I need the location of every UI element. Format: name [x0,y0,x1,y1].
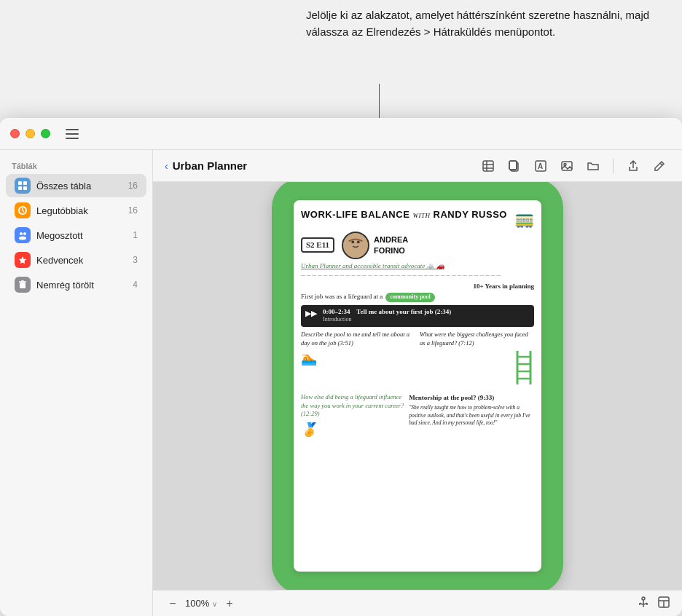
mentorship-title: Mentorship at the pool? (9:33) [409,393,534,403]
svg-text:A: A [538,162,543,170]
col1-text: Describe the pool to me and tell me abou… [301,331,415,348]
sidebar: Táblák Összes tábla 16 [0,150,153,616]
share-icon[interactable] [622,155,644,177]
traffic-lights [0,129,50,138]
quote-text: "She really taught me how to problem-sol… [409,404,534,427]
window-body: Táblák Összes tábla 16 [0,150,682,616]
train-icon: 🚃 [514,209,534,230]
content-title: Urban Planner [173,159,248,172]
svg-line-27 [660,163,662,165]
bottom-section: How else did being a lifeguard influence… [301,393,534,440]
guest-name-2: FORINO [374,245,405,256]
shared-icon [15,227,31,243]
divider-lines: ──────────────────────────────────── [301,272,534,280]
community-pill: community pool [385,293,434,301]
bottom-left-text: How else did being a lifeguard influence… [301,393,405,419]
pool-icon: 🏊 [301,350,415,367]
svg-point-11 [23,232,26,235]
lifeguard-text: First job was as a lifeguard at a commun… [301,293,534,301]
svg-point-29 [348,248,364,258]
svg-rect-21 [509,161,517,170]
sidebar-count-recent: 16 [128,205,138,216]
zoom-control: − 100% ∨ + [165,596,238,612]
guest-avatar [342,232,369,259]
titlebar [0,118,682,150]
sidebar-count-all: 16 [128,181,138,191]
zoom-chevron-icon: ∨ [212,600,217,608]
episode-badge: S2 E11 [301,237,334,252]
main-window: Táblák Összes tábla 16 [0,118,682,616]
tooltip-text: Jelölje ki az alakzatot, amelyet háttérs… [306,7,663,40]
sidebar-item-trash[interactable]: Nemrég törölt 4 [6,273,146,296]
sidebar-count-trash: 4 [133,280,138,290]
svg-rect-4 [23,181,27,185]
sidebar-item-favorites[interactable]: Kedvencek 3 [6,248,146,272]
sidebar-label-shared: Megosztott [36,230,83,241]
svg-rect-3 [18,181,22,185]
svg-point-30 [351,240,354,243]
note-card: WORK-LIFE BALANCE with RANDY RUSSO 🚃 S2 … [272,182,563,590]
sidebar-count-favorites: 3 [133,255,138,265]
lifesaver-icon: 🏅 [301,421,405,439]
table-view-icon[interactable] [477,155,499,177]
content-toolbar: ‹ Urban Planner [153,150,682,182]
note-content: WORK-LIFE BALANCE with RANDY RUSSO 🚃 S2 … [301,209,534,564]
two-col-section: Describe the pool to me and tell me abou… [301,331,534,390]
folder-icon[interactable] [582,155,604,177]
image-icon[interactable] [556,155,578,177]
svg-point-31 [357,240,360,243]
play-icon: ▶▶ [305,308,317,318]
sidebar-toggle-button[interactable] [60,122,84,146]
sidebar-label-favorites: Kedvencek [36,255,83,266]
close-button[interactable] [10,129,20,138]
sidebar-section-label: Táblák [0,156,152,173]
svg-rect-6 [23,186,27,190]
all-boards-icon [15,178,31,194]
svg-rect-16 [483,161,493,171]
guest-name-1: ANDREA [374,234,408,245]
edit-icon[interactable] [648,155,670,177]
favorites-icon [15,252,31,268]
svg-point-12 [19,237,26,240]
text-icon[interactable]: A [530,155,552,177]
note-inner: WORK-LIFE BALANCE with RANDY RUSSO 🚃 S2 … [294,200,541,572]
layout-icon[interactable] [657,596,670,612]
svg-point-10 [20,232,23,235]
sidebar-item-recent[interactable]: Legutóbbiak 16 [6,199,146,222]
svg-rect-0 [66,129,79,130]
years-text: 10+ Years in planning [301,283,534,291]
svg-line-9 [23,210,24,212]
zoom-in-button[interactable]: + [222,596,238,612]
sidebar-item-shared[interactable]: Megosztott 1 [6,224,146,247]
back-button[interactable]: ‹ [165,160,168,172]
svg-rect-5 [18,186,22,190]
ladder-graphic [420,350,534,390]
note-title: WORK-LIFE BALANCE with RANDY RUSSO [301,209,512,221]
sidebar-item-all[interactable]: Összes tábla 16 [6,174,146,197]
anchor-icon[interactable] [637,596,650,612]
sidebar-label-recent: Legutóbbiak [36,205,88,216]
bottom-right-icons [637,596,670,612]
note-subtitle: Urban Planner and accessible transit adv… [301,262,534,271]
svg-rect-13 [20,283,26,288]
content-area: ‹ Urban Planner [153,150,682,616]
svg-point-26 [564,163,566,165]
recent-icon [15,202,31,218]
maximize-button[interactable] [41,129,50,138]
trash-icon [15,277,31,293]
toolbar-icons: A [477,155,670,177]
col2-text: What were the biggest challenges you fac… [420,331,534,348]
bottom-bar: − 100% ∨ + [153,590,682,616]
duplicate-icon[interactable] [503,155,525,177]
time-block: ▶▶ 0:00–2:34 Tell me about your first jo… [301,305,534,327]
svg-rect-2 [66,138,79,139]
zoom-value[interactable]: 100% ∨ [185,598,217,609]
minimize-button[interactable] [26,129,35,138]
svg-rect-1 [66,133,79,135]
sidebar-label-all: Összes tábla [36,181,91,191]
zoom-out-button[interactable]: − [165,596,181,612]
toolbar-separator [613,159,614,173]
sidebar-count-shared: 1 [133,230,138,240]
canvas-area[interactable]: WORK-LIFE BALANCE with RANDY RUSSO 🚃 S2 … [153,182,682,590]
svg-rect-25 [562,162,572,170]
